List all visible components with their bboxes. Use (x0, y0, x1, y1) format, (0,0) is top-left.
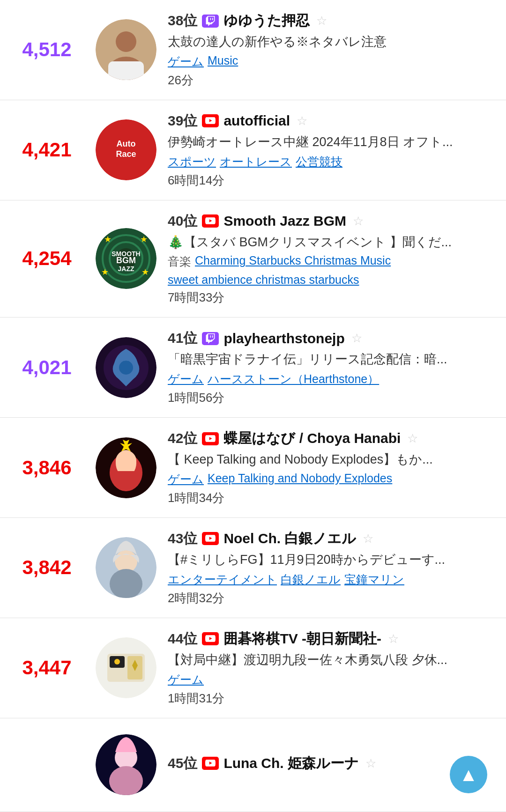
streamer-name-41[interactable]: playhearthstonejp (223, 331, 344, 347)
stream-duration-40: 7時間33分 (168, 289, 497, 306)
stream-tag[interactable]: Music (208, 54, 238, 69)
youtube-icon (202, 532, 219, 545)
stream-item-43: 3,842 43位 Noel Ch. 白銀ノエル ☆ 【#ミリしらFG】11月9… (0, 518, 506, 618)
youtube-icon (202, 214, 219, 228)
stream-item-44: 3,447 44位 囲碁将棋TV -朝日新聞社- ☆ 【対局中継】渡辺明九段ー佐… (0, 618, 506, 718)
stream-tag[interactable]: スポーツ (168, 154, 216, 170)
stream-info-39: 39位 autofficial ☆ 伊勢崎オートレース中継 2024年11月8日… (168, 111, 497, 189)
rank-line-42: 42位 蝶屋はなび / Choya Hanabi ☆ (168, 429, 497, 448)
tags-line-41: ゲームハースストーン（Hearthstone） (168, 371, 497, 387)
stream-title-43[interactable]: 【#ミリしらFG】11月9日20時からデビューす... (168, 551, 497, 569)
favorite-star-41[interactable]: ☆ (351, 331, 362, 346)
favorite-star-43[interactable]: ☆ (363, 531, 373, 546)
stream-duration-39: 6時間14分 (168, 172, 497, 189)
stream-tag[interactable]: Keep Talking and Nobody Explodes (208, 472, 392, 487)
rank-line-40: 40位 Smooth Jazz BGM ☆ (168, 212, 497, 231)
stream-title-41[interactable]: 「暗黒宇宙ドラナイ伝」リリース記念配信：暗... (168, 351, 497, 369)
stream-tag[interactable]: 音楽 (168, 254, 191, 269)
favorite-star-40[interactable]: ☆ (353, 214, 364, 229)
stream-title-38[interactable]: 太鼓の達人の新作やる※ネタバレ注意 (168, 33, 497, 51)
stream-item-42: 3,846 42位 蝶屋はなび / Choya Hanabi ☆ 【 Keep … (0, 418, 506, 518)
stream-title-40[interactable]: 🎄【スタバ BGMクリスマスイベント 】聞くだ... (168, 234, 497, 251)
tags-line-40: 音楽Charming Starbucks Christmas Musicswee… (168, 254, 497, 287)
stream-item-39: 4,421 Auto Race 39位 autofficial ☆ 伊勢崎オート… (0, 100, 506, 200)
stream-duration-42: 1時間34分 (168, 490, 497, 506)
rank-39: 39位 (168, 111, 197, 131)
svg-text:★: ★ (104, 235, 112, 244)
youtube-icon (202, 432, 219, 445)
streamer-avatar-39: Auto Race (96, 119, 156, 180)
stream-item-45: 45位 Luna Ch. 姫森ルーナ ☆ (0, 718, 506, 812)
stream-tag[interactable]: 宝鐘マリン (344, 572, 404, 587)
stream-info-43: 43位 Noel Ch. 白銀ノエル ☆ 【#ミリしらFG】11月9日20時から… (168, 529, 497, 606)
stream-info-38: 38位 ゆゆうた押忍 ☆ 太鼓の達人の新作やる※ネタバレ注意 ゲームMusic … (168, 11, 497, 89)
svg-text:JAZZ: JAZZ (118, 265, 134, 273)
svg-text:Race: Race (116, 149, 136, 159)
rank-38: 38位 (168, 11, 197, 30)
stream-duration-38: 26分 (168, 72, 497, 89)
stream-tag[interactable]: ゲーム (168, 472, 204, 487)
rank-41: 41位 (168, 329, 197, 348)
viewer-count-42: 3,846 (9, 457, 84, 479)
stream-tag[interactable]: ゲーム (168, 672, 204, 687)
svg-text:Auto: Auto (117, 139, 136, 148)
stream-info-44: 44位 囲碁将棋TV -朝日新聞社- ☆ 【対局中継】渡辺明九段ー佐々木勇気八段… (168, 629, 497, 707)
viewer-count-39: 4,421 (9, 139, 84, 161)
svg-point-29 (110, 569, 142, 598)
stream-item-40: 4,254 SMOOTH BGM JAZZ ★ ★ ★ ★ 40位 Smooth… (0, 200, 506, 318)
streamer-name-43[interactable]: Noel Ch. 白銀ノエル (223, 529, 356, 548)
viewer-count-40: 4,254 (9, 247, 84, 270)
stream-tag[interactable]: ゲーム (168, 371, 204, 387)
svg-text:BGM: BGM (116, 256, 136, 265)
stream-tag[interactable]: 白銀ノエル (281, 572, 341, 587)
streamer-name-38[interactable]: ゆゆうた押忍 (223, 11, 310, 30)
stream-title-44[interactable]: 【対局中継】渡辺明九段ー佐々木勇気八段 夕休... (168, 651, 497, 669)
streamer-name-45[interactable]: Luna Ch. 姫森ルーナ (223, 754, 359, 773)
rank-line-44: 44位 囲碁将棋TV -朝日新聞社- ☆ (168, 629, 497, 649)
streamer-name-40[interactable]: Smooth Jazz BGM (223, 213, 346, 229)
streamer-avatar-41 (96, 337, 156, 398)
tags-line-38: ゲームMusic (168, 54, 497, 69)
viewer-count-38: 4,512 (9, 38, 84, 61)
favorite-star-44[interactable]: ☆ (388, 632, 399, 646)
rank-40: 40位 (168, 212, 197, 231)
svg-text:★: ★ (140, 235, 148, 244)
youtube-icon (202, 757, 219, 770)
favorite-star-38[interactable]: ☆ (316, 14, 327, 28)
youtube-icon (202, 114, 219, 127)
stream-title-39[interactable]: 伊勢崎オートレース中継 2024年11月8日 オフト... (168, 133, 497, 151)
stream-tag[interactable]: Charming Starbucks Christmas Music (195, 254, 391, 269)
twitch-icon (202, 15, 219, 28)
stream-title-42[interactable]: 【 Keep Talking and Nobody Explodes】もか... (168, 451, 497, 469)
stream-tag[interactable]: ゲーム (168, 54, 204, 69)
favorite-star-45[interactable]: ☆ (365, 756, 376, 771)
svg-rect-25 (116, 471, 136, 485)
rank-45: 45位 (168, 754, 197, 773)
rank-line-39: 39位 autofficial ☆ (168, 111, 497, 131)
favorite-star-42[interactable]: ☆ (407, 431, 418, 446)
svg-rect-3 (108, 61, 144, 80)
rank-line-41: 41位 playhearthstonejp ☆ (168, 329, 497, 348)
back-to-top-button[interactable]: ▲ (450, 756, 487, 793)
stream-duration-43: 2時間32分 (168, 590, 497, 606)
tags-line-44: ゲーム (168, 672, 497, 687)
stream-info-40: 40位 Smooth Jazz BGM ☆ 🎄【スタバ BGMクリスマスイベント… (168, 212, 497, 306)
stream-tag[interactable]: ハースストーン（Hearthstone） (208, 371, 379, 387)
rank-43: 43位 (168, 529, 197, 548)
streamer-name-39[interactable]: autofficial (223, 113, 290, 129)
favorite-star-39[interactable]: ☆ (297, 114, 307, 128)
youtube-icon (202, 632, 219, 645)
streamer-name-42[interactable]: 蝶屋はなび / Choya Hanabi (223, 429, 401, 448)
stream-item-38: 4,512 38位 ゆゆうた押忍 ☆ 太鼓の達人の新作やる※ネタバレ注意 ゲーム… (0, 0, 506, 100)
stream-tag[interactable]: エンターテイメント (168, 572, 277, 587)
stream-tag[interactable]: sweet ambience christmas starbucks (168, 273, 359, 287)
stream-item-41: 4,021 41位 playhearthstonejp ☆ 「暗黒宇宙ドラナイ伝… (0, 317, 506, 418)
streamer-avatar-43 (96, 537, 156, 598)
stream-tag[interactable]: 公営競技 (296, 154, 342, 170)
stream-info-45: 45位 Luna Ch. 姫森ルーナ ☆ (168, 754, 497, 776)
streamer-avatar-40: SMOOTH BGM JAZZ ★ ★ ★ ★ (96, 228, 156, 289)
streamer-name-44[interactable]: 囲碁将棋TV -朝日新聞社- (223, 629, 381, 649)
stream-tag[interactable]: オートレース (220, 154, 292, 170)
streamer-avatar-38 (96, 19, 156, 80)
tags-line-39: スポーツオートレース公営競技 (168, 154, 497, 170)
